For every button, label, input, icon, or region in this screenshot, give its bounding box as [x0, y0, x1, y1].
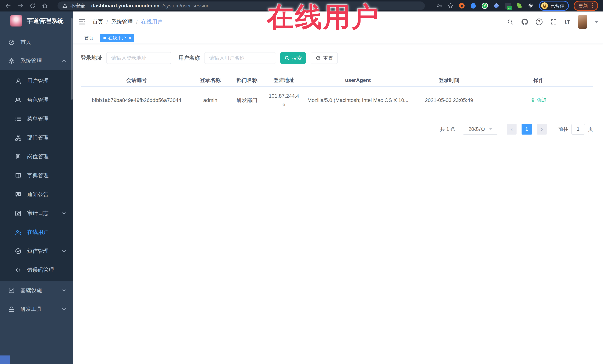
sidebar-group-system[interactable]: 系统管理	[0, 51, 73, 70]
hamburger-collapse-icon[interactable]	[79, 19, 86, 25]
force-logout-label: 强退	[537, 97, 547, 103]
sidebar-item-notices[interactable]: 通知公告	[0, 185, 73, 204]
update-label: 更新	[579, 3, 588, 9]
sidebar-item-menus[interactable]: 菜单管理	[0, 109, 73, 128]
sidebar-item-label: 用户管理	[27, 77, 49, 85]
extension-green-v-icon[interactable]: V	[481, 2, 488, 9]
breadcrumb-home[interactable]: 首页	[93, 18, 103, 26]
url-path: /system/user-session	[162, 3, 210, 9]
bookmark-star-icon[interactable]	[447, 3, 454, 9]
sidebar-item-online-users[interactable]: 在线用户	[0, 223, 73, 242]
gear-icon	[8, 57, 15, 64]
col-user-agent: userAgent	[302, 74, 414, 87]
next-page-button[interactable]: ›	[537, 124, 547, 134]
sidebar-item-audit-logs[interactable]: 审计日志	[0, 204, 73, 223]
app-header: 首页 / 系统管理 / 在线用户 ? tT	[73, 11, 603, 32]
sidebar-group-devtools[interactable]: 研发工具	[0, 300, 73, 318]
browser-home-icon[interactable]	[42, 2, 48, 9]
not-secure-warning-icon[interactable]	[62, 3, 68, 8]
app-title: 芋道管理系统	[27, 17, 63, 25]
sidebar-item-dictionary[interactable]: 字典管理	[0, 166, 73, 185]
active-dot-icon	[103, 37, 106, 39]
tab-home[interactable]: 首页	[81, 34, 97, 42]
page-number-button[interactable]: 1	[522, 124, 532, 134]
page-size-value: 20条/页	[468, 126, 486, 132]
sidebar-group-label: 系统管理	[20, 57, 42, 65]
col-login-time: 登录时间	[414, 74, 484, 87]
total-count-label: 共 1 条	[440, 126, 455, 132]
sessions-table: 会话编号 登录名称 部门名称 登陆地址 userAgent 登录时间 操作 bf…	[81, 74, 593, 114]
address-bar[interactable]: 不安全 dashboard.yudao.iocoder.cn /system/u…	[58, 1, 425, 10]
app-logo	[10, 15, 22, 26]
edit-icon	[15, 210, 22, 217]
reset-button-label: 重置	[323, 55, 333, 61]
browser-reload-icon[interactable]	[29, 2, 36, 9]
font-size-icon[interactable]: tT	[565, 19, 570, 25]
goto-page-input[interactable]	[571, 124, 585, 134]
profile-paused-badge[interactable]: 已暂停	[539, 1, 569, 11]
breadcrumb-separator: /	[106, 19, 108, 25]
extensions-puzzle-icon[interactable]	[527, 2, 534, 9]
tab-label: 首页	[84, 35, 93, 41]
trash-icon	[531, 98, 535, 102]
browser-forward-icon[interactable]	[17, 2, 24, 9]
chevron-down-icon	[61, 306, 67, 312]
sidebar-scrollbar[interactable]	[71, 18, 72, 100]
sidebar-item-users[interactable]: 用户管理	[0, 72, 73, 90]
browser-menu-icon[interactable]	[592, 3, 593, 8]
refresh-icon	[316, 55, 321, 61]
extension-orange-icon[interactable]	[458, 2, 465, 9]
sidebar: 芋道管理系统 首页 系统管理 用户管理 角色管理	[0, 11, 73, 364]
org-tree-icon	[15, 134, 22, 141]
avatar-caret-icon[interactable]	[595, 21, 598, 23]
check-circle-icon	[15, 248, 22, 254]
cell-login-time: 2021-05-03 23:05:49	[414, 87, 484, 114]
browser-back-icon[interactable]	[5, 2, 12, 9]
sidebar-item-posts[interactable]: 岗位管理	[0, 147, 73, 166]
sidebar-item-label: 岗位管理	[27, 153, 49, 160]
prev-page-button[interactable]: ‹	[507, 124, 517, 134]
goto-label: 前往	[558, 126, 568, 132]
sidebar-item-label: 菜单管理	[27, 115, 49, 122]
security-label[interactable]: 不安全	[70, 3, 85, 9]
username-input[interactable]	[204, 52, 276, 64]
breadcrumb-system[interactable]: 系统管理	[111, 18, 133, 26]
help-icon[interactable]: ?	[536, 19, 543, 25]
sidebar-item-home[interactable]: 首页	[0, 33, 73, 51]
en-badge: en	[507, 6, 512, 10]
sidebar-group-infrastructure[interactable]: 基础设施	[0, 281, 73, 300]
extension-feather-icon[interactable]	[516, 2, 523, 9]
extension-blue-drop-icon[interactable]	[470, 2, 477, 9]
fullscreen-icon[interactable]	[550, 19, 557, 25]
search-icon[interactable]	[507, 19, 514, 25]
sidebar-item-roles[interactable]: 角色管理	[0, 90, 73, 109]
github-icon[interactable]	[521, 19, 528, 25]
sidebar-item-label: 错误码管理	[27, 266, 54, 274]
speech-bubble-icon	[15, 191, 22, 198]
cell-session-id: bfbb1ab79ba849e49fb26ddb56a73044	[81, 87, 192, 114]
page-size-select[interactable]: 20条/页	[463, 124, 498, 134]
close-icon[interactable]: ×	[128, 36, 131, 40]
users-group-icon	[15, 97, 22, 103]
sidebar-item-sms[interactable]: 短信管理	[0, 242, 73, 261]
sidebar-item-error-codes[interactable]: 错误码管理	[0, 261, 73, 279]
avatar[interactable]	[578, 15, 587, 29]
tab-online-users[interactable]: 在线用户 ×	[100, 34, 134, 42]
reset-button[interactable]: 重置	[311, 52, 338, 64]
sidebar-item-departments[interactable]: 部门管理	[0, 128, 73, 147]
search-button-label: 搜索	[292, 55, 302, 61]
breadcrumb: 首页 / 系统管理 / 在线用户	[93, 18, 162, 26]
search-button[interactable]: 搜索	[280, 52, 306, 64]
box-check-icon	[8, 287, 15, 294]
app-logo-row[interactable]: 芋道管理系统	[0, 11, 73, 30]
col-actions: 操作	[484, 74, 593, 87]
browser-update-button[interactable]: 更新	[574, 1, 598, 11]
password-key-icon[interactable]	[436, 3, 442, 9]
extension-diamond-icon[interactable]	[493, 2, 500, 9]
sidebar-item-label: 字典管理	[27, 172, 49, 179]
force-logout-button[interactable]: 强退	[531, 97, 547, 103]
extension-translate-icon[interactable]: en	[504, 2, 511, 9]
login-address-input[interactable]	[106, 52, 171, 64]
sidebar-item-label: 首页	[20, 38, 31, 46]
search-form: 登录地址 用户名称 搜索 重置	[81, 52, 593, 64]
